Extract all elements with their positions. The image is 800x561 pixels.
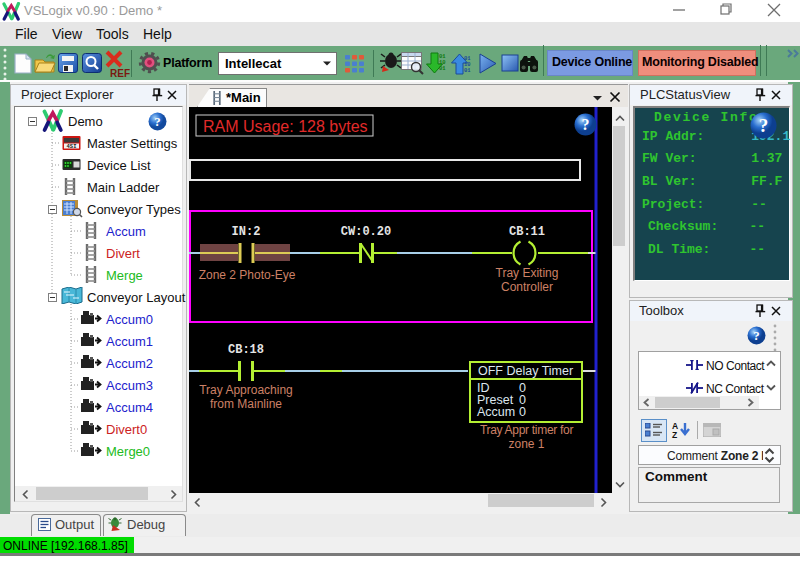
svg-text:?: ? <box>759 115 769 136</box>
svg-text:CB:11: CB:11 <box>509 225 545 239</box>
svg-text:OFF Delay Timer: OFF Delay Timer <box>478 364 573 378</box>
svg-text:?: ? <box>753 328 760 343</box>
svg-text:0: 0 <box>519 405 526 419</box>
svg-text:01: 01 <box>464 67 471 74</box>
svg-text:CW:0.20: CW:0.20 <box>341 225 391 239</box>
svg-text:Zone 2 Photo-Eye: Zone 2 Photo-Eye <box>199 268 296 282</box>
svg-text:?: ? <box>582 116 590 133</box>
svg-text:Accum: Accum <box>477 405 515 419</box>
svg-text:Controller: Controller <box>501 280 553 294</box>
svg-text:from Mainline: from Mainline <box>210 397 282 411</box>
svg-text:Tray Exiting: Tray Exiting <box>496 266 559 280</box>
svg-text:zone 1: zone 1 <box>508 437 544 451</box>
svg-text:01: 01 <box>439 65 446 72</box>
svg-text:Z: Z <box>672 430 677 440</box>
svg-text:IN:2: IN:2 <box>232 225 261 239</box>
svg-text:Tray Approaching: Tray Approaching <box>199 383 293 397</box>
svg-text:?: ? <box>154 114 161 129</box>
svg-text:Tray Appr timer for: Tray Appr timer for <box>480 423 574 437</box>
svg-text:RAM Usage: 128 bytes: RAM Usage: 128 bytes <box>203 118 368 135</box>
svg-text:4SI: 4SI <box>67 143 77 150</box>
svg-text:CB:18: CB:18 <box>228 343 264 357</box>
svg-text:REF: REF <box>110 68 130 78</box>
